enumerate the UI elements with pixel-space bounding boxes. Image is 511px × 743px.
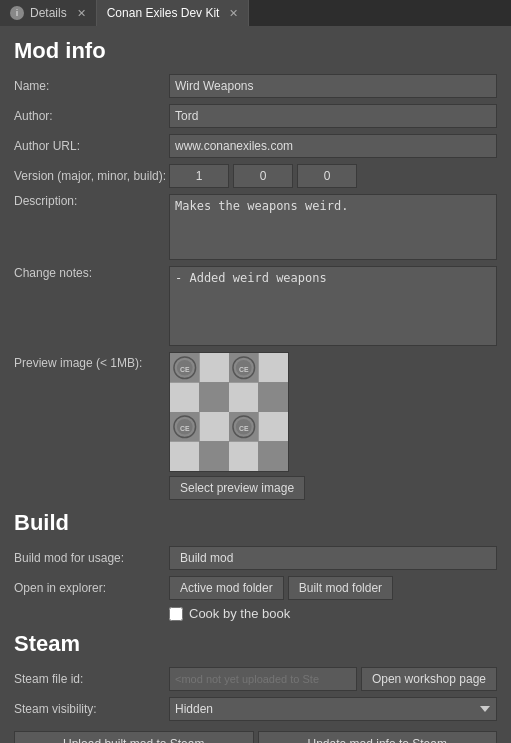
- version-build-input[interactable]: [297, 164, 357, 188]
- svg-text:CE: CE: [180, 425, 190, 432]
- version-inputs: [169, 164, 497, 188]
- version-row: Version (major, minor, build):: [14, 164, 497, 188]
- built-mod-folder-button[interactable]: Built mod folder: [288, 576, 393, 600]
- version-major-input[interactable]: [169, 164, 229, 188]
- version-label: Version (major, minor, build):: [14, 169, 169, 183]
- steam-action-row: Upload built mod to Steam Update mod inf…: [14, 727, 497, 743]
- svg-rect-7: [259, 383, 289, 413]
- svg-rect-1: [200, 353, 230, 383]
- preview-image-display: CE CE CE CE: [169, 352, 289, 472]
- tab-details-label: Details: [30, 6, 67, 20]
- cook-by-book-label: Cook by the book: [189, 606, 290, 621]
- author-url-row: Author URL:: [14, 134, 497, 158]
- cook-by-book-checkbox[interactable]: [169, 607, 183, 621]
- name-input[interactable]: [169, 74, 497, 98]
- steam-visibility-label: Steam visibility:: [14, 702, 169, 716]
- tab-devkit-close[interactable]: ✕: [229, 7, 238, 20]
- svg-rect-15: [259, 442, 289, 472]
- author-label: Author:: [14, 109, 169, 123]
- svg-rect-3: [259, 353, 289, 383]
- svg-rect-4: [170, 383, 200, 413]
- active-mod-folder-button[interactable]: Active mod folder: [169, 576, 284, 600]
- main-content: Mod info Name: Author: Author URL: Versi…: [0, 26, 511, 743]
- name-label: Name:: [14, 79, 169, 93]
- svg-text:CE: CE: [239, 366, 249, 373]
- update-mod-info-button[interactable]: Update mod info to Steam: [258, 731, 498, 743]
- cook-by-book-row: Cook by the book: [169, 606, 497, 621]
- change-notes-label: Change notes:: [14, 266, 169, 280]
- change-notes-textarea[interactable]: - Added weird weapons: [169, 266, 497, 346]
- svg-rect-6: [229, 383, 259, 413]
- details-icon: i: [10, 6, 24, 20]
- description-textarea[interactable]: Makes the weapons weird.: [169, 194, 497, 260]
- explorer-buttons: Active mod folder Built mod folder: [169, 576, 497, 600]
- steam-file-id-input[interactable]: [169, 667, 357, 691]
- tab-details-close[interactable]: ✕: [77, 7, 86, 20]
- preview-image-section: Preview image (< 1MB):: [14, 352, 497, 500]
- description-label: Description:: [14, 194, 169, 208]
- steam-title: Steam: [14, 631, 497, 657]
- name-row: Name:: [14, 74, 497, 98]
- preview-right: CE CE CE CE Select preview image: [169, 352, 305, 500]
- tab-details[interactable]: i Details ✕: [0, 0, 97, 26]
- author-row: Author:: [14, 104, 497, 128]
- select-preview-button[interactable]: Select preview image: [169, 476, 305, 500]
- svg-text:CE: CE: [180, 366, 190, 373]
- svg-rect-14: [229, 442, 259, 472]
- steam-file-id-row: Steam file id: Open workshop page: [14, 667, 497, 691]
- author-url-label: Author URL:: [14, 139, 169, 153]
- tab-devkit-label: Conan Exiles Dev Kit: [107, 6, 220, 20]
- svg-rect-13: [200, 442, 230, 472]
- open-explorer-label: Open in explorer:: [14, 581, 169, 595]
- build-mod-label: Build mod for usage:: [14, 551, 169, 565]
- steam-visibility-row: Steam visibility: Hidden Public Friends …: [14, 697, 497, 721]
- steam-visibility-select[interactable]: Hidden Public Friends Only: [169, 697, 497, 721]
- preview-image-label: Preview image (< 1MB):: [14, 352, 169, 370]
- modinfo-title: Mod info: [14, 38, 497, 64]
- steam-file-id-label: Steam file id:: [14, 672, 169, 686]
- description-row: Description: Makes the weapons weird.: [14, 194, 497, 260]
- steam-file-id-group: Open workshop page: [169, 667, 497, 691]
- upload-to-steam-button[interactable]: Upload built mod to Steam: [14, 731, 254, 743]
- svg-rect-9: [200, 412, 230, 442]
- tab-bar: i Details ✕ Conan Exiles Dev Kit ✕: [0, 0, 511, 26]
- svg-text:CE: CE: [239, 425, 249, 432]
- version-minor-input[interactable]: [233, 164, 293, 188]
- tab-devkit[interactable]: Conan Exiles Dev Kit ✕: [97, 0, 250, 26]
- change-notes-row: Change notes: - Added weird weapons: [14, 266, 497, 346]
- svg-rect-12: [170, 442, 200, 472]
- open-explorer-row: Open in explorer: Active mod folder Buil…: [14, 576, 497, 600]
- open-workshop-button[interactable]: Open workshop page: [361, 667, 497, 691]
- author-url-input[interactable]: [169, 134, 497, 158]
- build-title: Build: [14, 510, 497, 536]
- author-input[interactable]: [169, 104, 497, 128]
- build-mod-row: Build mod for usage: Build mod: [14, 546, 497, 570]
- svg-rect-5: [200, 383, 230, 413]
- build-mod-button[interactable]: Build mod: [169, 546, 497, 570]
- svg-rect-11: [259, 412, 289, 442]
